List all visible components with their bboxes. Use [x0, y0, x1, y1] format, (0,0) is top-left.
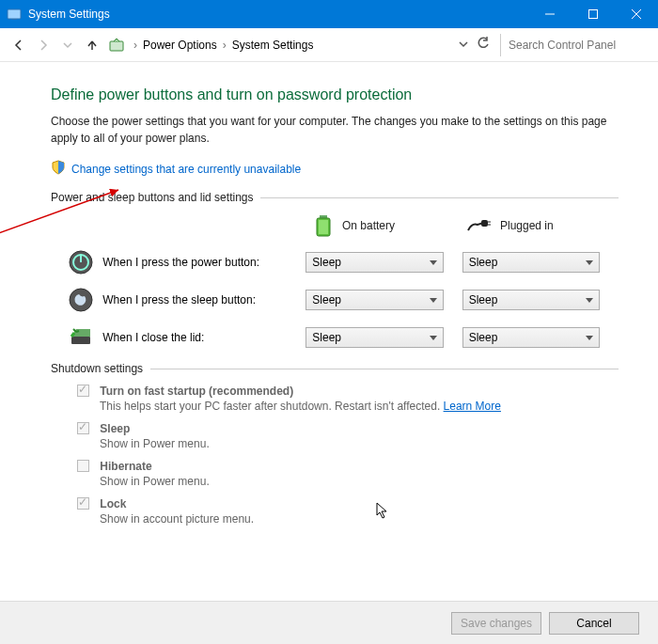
plug-icon: [466, 217, 491, 234]
lid-icon: [68, 324, 93, 351]
option-title: Turn on fast startup (recommended): [100, 385, 293, 398]
learn-more-link[interactable]: Learn More: [444, 400, 501, 413]
lid-battery-select[interactable]: Sleep: [306, 327, 443, 348]
fast-startup-option: Turn on fast startup (recommended) This …: [77, 385, 619, 413]
sleep-checkbox: [77, 422, 89, 434]
svg-rect-6: [110, 41, 123, 51]
divider: [260, 197, 619, 198]
location-icon: [105, 34, 128, 56]
power-button-plugged-select[interactable]: Sleep: [462, 252, 600, 273]
svg-rect-18: [71, 337, 90, 344]
row-label: When I close the lid:: [102, 331, 306, 344]
app-icon: [0, 7, 28, 22]
row-close-lid: When I close the lid: Sleep Sleep: [51, 324, 619, 351]
breadcrumb-system-settings[interactable]: System Settings: [230, 37, 316, 54]
recent-dropdown[interactable]: [56, 34, 79, 56]
svg-rect-3: [589, 10, 598, 19]
row-label: When I press the sleep button:: [102, 293, 306, 306]
chevron-icon: ›: [219, 39, 230, 52]
svg-rect-10: [319, 220, 328, 234]
svg-rect-1: [11, 19, 17, 20]
minimize-button[interactable]: [528, 0, 572, 28]
window-title: System Settings: [28, 8, 528, 21]
up-button[interactable]: [81, 34, 103, 56]
column-on-battery: On battery: [314, 213, 466, 238]
back-button[interactable]: [8, 34, 30, 56]
power-button-icon: [68, 249, 93, 275]
sleep-button-icon: [68, 287, 93, 313]
sleep-option: Sleep Show in Power menu.: [77, 422, 619, 450]
refresh-button[interactable]: [472, 37, 494, 53]
forward-button[interactable]: [32, 34, 55, 56]
section-title-power-sleep: Power and sleep buttons and lid settings: [51, 191, 253, 204]
maximize-button[interactable]: [572, 0, 615, 28]
power-button-battery-select[interactable]: Sleep: [306, 252, 443, 273]
page-description: Choose the power settings that you want …: [51, 113, 619, 147]
section-title-shutdown: Shutdown settings: [51, 362, 143, 375]
column-label: On battery: [342, 219, 395, 232]
chevron-icon: ›: [130, 39, 141, 52]
navbar: › Power Options › System Settings: [0, 28, 658, 62]
sleep-button-plugged-select[interactable]: Sleep: [462, 290, 600, 310]
row-sleep-button: When I press the sleep button: Sleep Sle…: [51, 287, 619, 313]
footer: Save changes Cancel: [0, 601, 658, 644]
option-title: Hibernate: [100, 460, 151, 473]
lock-option: Lock Show in account picture menu.: [77, 497, 619, 526]
option-sub: Show in account picture menu.: [100, 512, 619, 526]
breadcrumb-power-options[interactable]: Power Options: [141, 37, 219, 54]
option-sub: This helps start your PC faster after sh…: [100, 400, 440, 413]
titlebar: System Settings: [0, 0, 658, 28]
svg-rect-11: [481, 220, 488, 227]
option-title: Lock: [100, 497, 126, 510]
column-label: Plugged in: [500, 219, 554, 232]
page-heading: Define power buttons and turn on passwor…: [51, 86, 619, 103]
content: Define power buttons and turn on passwor…: [0, 62, 658, 600]
breadcrumb-dropdown[interactable]: [455, 39, 472, 52]
change-settings-link[interactable]: Change settings that are currently unava…: [71, 163, 301, 176]
close-button[interactable]: [615, 0, 658, 28]
svg-rect-0: [8, 9, 21, 19]
shield-icon: [51, 160, 66, 178]
battery-icon: [314, 213, 333, 238]
sleep-button-battery-select[interactable]: Sleep: [306, 290, 443, 310]
row-power-button: When I press the power button: Sleep Sle…: [51, 249, 619, 275]
lock-checkbox: [77, 497, 89, 510]
option-title: Sleep: [100, 422, 130, 435]
option-sub: Show in Power menu.: [100, 475, 619, 488]
fast-startup-checkbox: [77, 385, 89, 397]
save-changes-button[interactable]: Save changes: [451, 612, 541, 635]
row-label: When I press the power button:: [102, 256, 306, 269]
column-plugged-in: Plugged in: [466, 213, 619, 238]
option-sub: Show in Power menu.: [100, 437, 619, 450]
lid-plugged-select[interactable]: Sleep: [462, 327, 600, 348]
divider: [150, 369, 619, 369]
hibernate-option: Hibernate Show in Power menu.: [77, 460, 619, 488]
search-input[interactable]: [500, 34, 650, 56]
cancel-button[interactable]: Cancel: [549, 612, 639, 635]
hibernate-checkbox: [77, 460, 89, 472]
